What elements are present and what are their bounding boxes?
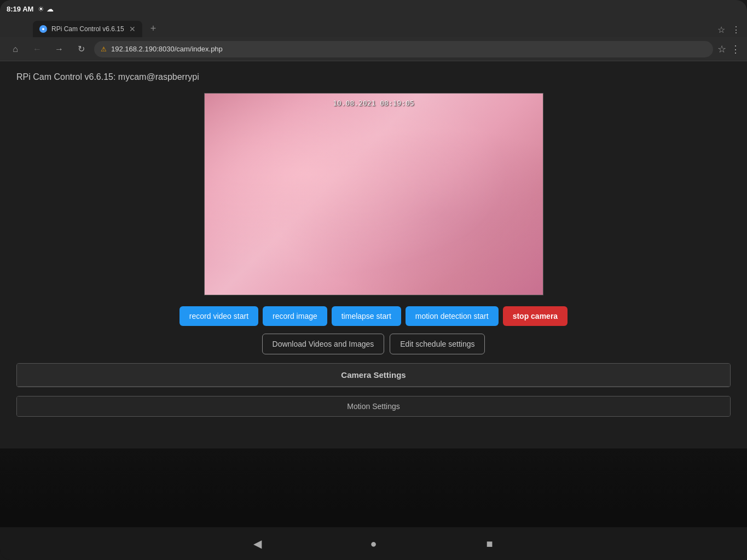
- home-button[interactable]: ⌂: [7, 40, 24, 58]
- bookmark-icon[interactable]: ☆: [717, 25, 725, 35]
- timelapse-button[interactable]: timelapse start: [332, 306, 401, 326]
- controls-row-2: Download Videos and Images Edit schedule…: [262, 334, 485, 354]
- forward-button[interactable]: →: [50, 40, 68, 58]
- status-time: 8:19 AM: [7, 5, 33, 13]
- android-home-button[interactable]: ●: [365, 535, 383, 552]
- bottom-gradient: [0, 448, 747, 527]
- android-nav: ◀ ● ■: [0, 527, 747, 560]
- reload-button[interactable]: ↻: [72, 40, 90, 58]
- camera-settings-section[interactable]: Camera Settings: [16, 363, 731, 387]
- download-button[interactable]: Download Videos and Images: [262, 334, 385, 354]
- record-image-button[interactable]: record image: [263, 306, 327, 326]
- more-button[interactable]: ⋮: [731, 43, 740, 55]
- android-recent-button[interactable]: ■: [481, 535, 499, 552]
- browser-chrome: ● RPi Cam Control v6.6.15 ✕ + ☆ ⋮ ⌂ ← → …: [0, 18, 747, 61]
- camera-feed: 10.08.2021 08:19:05: [204, 93, 543, 295]
- address-text: 192.168.2.190:8030/cam/index.php: [111, 45, 223, 53]
- motion-detection-button[interactable]: motion detection start: [406, 306, 499, 326]
- tab-favicon: ●: [39, 25, 47, 33]
- tab-title: RPi Cam Control v6.6.15: [51, 25, 125, 33]
- window-controls: ☆ ⋮: [711, 25, 747, 37]
- browser-tab[interactable]: ● RPi Cam Control v6.6.15 ✕: [33, 21, 142, 37]
- record-video-button[interactable]: record video start: [179, 306, 258, 326]
- stop-camera-button[interactable]: stop camera: [503, 306, 568, 326]
- schedule-button[interactable]: Edit schedule settings: [390, 334, 485, 354]
- camera-settings-header[interactable]: Camera Settings: [17, 364, 730, 387]
- controls-row-1: record video start record image timelaps…: [179, 306, 568, 326]
- motion-settings-section[interactable]: Motion Settings: [16, 396, 731, 417]
- android-back-button[interactable]: ◀: [249, 535, 267, 552]
- controls-area: record video start record image timelaps…: [16, 306, 731, 354]
- camera-container: 10.08.2021 08:19:05: [16, 93, 731, 295]
- status-icons: ☀ ☁: [38, 5, 54, 13]
- tab-bar: ● RPi Cam Control v6.6.15 ✕ + ☆ ⋮: [0, 18, 747, 37]
- motion-settings-header[interactable]: Motion Settings: [17, 396, 730, 416]
- nav-actions: ☆ ⋮: [717, 43, 740, 55]
- tab-close-button[interactable]: ✕: [129, 25, 136, 33]
- back-button[interactable]: ←: [28, 40, 46, 58]
- page-title: RPi Cam Control v6.6.15: mycam@raspberry…: [16, 72, 731, 82]
- new-tab-button[interactable]: +: [146, 21, 161, 36]
- page-content: RPi Cam Control v6.6.15: mycam@raspberry…: [0, 61, 747, 428]
- address-bar[interactable]: ⚠ 192.168.2.190:8030/cam/index.php: [94, 41, 713, 57]
- nav-bar: ⌂ ← → ↻ ⚠ 192.168.2.190:8030/cam/index.p…: [0, 37, 747, 61]
- camera-timestamp: 10.08.2021 08:19:05: [333, 99, 414, 107]
- menu-icon[interactable]: ⋮: [732, 25, 740, 35]
- status-bar: 8:19 AM ☀ ☁: [0, 0, 747, 18]
- security-warning-icon: ⚠: [101, 45, 107, 53]
- star-button[interactable]: ☆: [717, 43, 726, 55]
